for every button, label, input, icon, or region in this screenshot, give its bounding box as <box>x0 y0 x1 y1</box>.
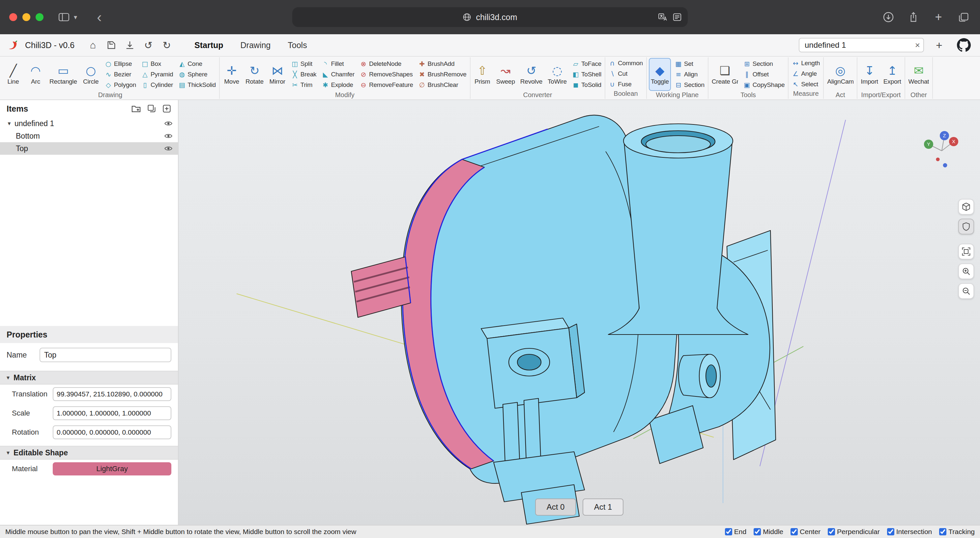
ribbon-rotate-button[interactable]: ↻Rotate <box>244 58 265 91</box>
download-button[interactable] <box>122 37 138 53</box>
snap-checkbox-center[interactable] <box>791 528 798 535</box>
ribbon-common-button[interactable]: ∩Common <box>607 58 644 68</box>
ribbon-set-button[interactable]: ▦Set <box>673 59 706 69</box>
ribbon-revolve-button[interactable]: ↺Revolve <box>519 58 544 91</box>
ribbon-arc-button[interactable]: ◠Arc <box>26 58 46 91</box>
ribbon-circle-button[interactable]: ○Circle <box>81 58 101 91</box>
new-tab-button[interactable]: + <box>931 10 946 24</box>
chevron-down-icon[interactable]: ▾ <box>5 120 13 127</box>
back-button[interactable]: ‹ <box>93 11 106 24</box>
translation-input[interactable] <box>53 387 171 401</box>
snap-middle[interactable]: Middle <box>754 528 783 536</box>
snap-checkbox-end[interactable] <box>725 528 732 535</box>
ribbon-copyshape-button[interactable]: ▣CopyShape <box>742 80 786 90</box>
ribbon-sphere-button[interactable]: ◍Sphere <box>177 70 217 79</box>
ribbon-box-button[interactable]: □Box <box>140 59 174 69</box>
traffic-close[interactable] <box>9 13 17 21</box>
ribbon-align-button[interactable]: ≡Align <box>673 70 706 79</box>
ribbon-chamfer-button[interactable]: ◣Chamfer <box>320 70 356 79</box>
traffic-zoom[interactable] <box>36 13 43 21</box>
ribbon-section-button[interactable]: ⊞Section <box>742 59 786 69</box>
clear-document-name-button[interactable]: × <box>915 40 920 50</box>
ribbon-explode-button[interactable]: ✱Explode <box>320 80 356 90</box>
ribbon-brushclear-button[interactable]: ∅BrushClear <box>417 80 468 90</box>
address-bar[interactable]: chili3d.com <box>292 7 688 27</box>
github-link[interactable] <box>957 38 971 52</box>
snap-end[interactable]: End <box>725 528 746 536</box>
ribbon-select-button[interactable]: ↖Select <box>791 79 821 89</box>
add-node-button[interactable] <box>162 104 171 113</box>
reader-view-icon[interactable] <box>673 13 682 21</box>
ribbon-angle-button[interactable]: ∠Angle <box>791 69 821 79</box>
ribbon-length-button[interactable]: ↔Length <box>791 58 821 68</box>
scale-input[interactable] <box>53 406 171 420</box>
chevron-down-icon[interactable]: ▾ <box>74 13 77 21</box>
home-button[interactable]: ⌂ <box>85 37 101 53</box>
shading-button[interactable] <box>958 219 974 235</box>
tab-overview-button[interactable] <box>956 10 971 24</box>
tab-startup[interactable]: Startup <box>186 38 231 53</box>
material-chip[interactable]: LightGray <box>53 462 171 475</box>
traffic-minimize[interactable] <box>22 13 30 21</box>
zoom-in-button[interactable] <box>958 263 974 279</box>
name-input[interactable] <box>40 348 171 362</box>
tree-item-undefined-1[interactable]: ▾undefined 1 <box>0 117 178 130</box>
ribbon-towire-button[interactable]: ◌ToWire <box>546 58 568 91</box>
ribbon-ellipse-button[interactable]: ○Ellipse <box>103 59 137 69</box>
ribbon-thicksolid-button[interactable]: ▤ThickSolid <box>177 80 217 90</box>
ribbon-bezier-button[interactable]: ∿Bezier <box>103 70 137 79</box>
viewport[interactable]: ZXY Act 0Act 1 <box>178 100 980 525</box>
section-header-matrix[interactable]: ▾Matrix <box>0 371 178 384</box>
ribbon-import-button[interactable]: ↧Import <box>859 58 880 91</box>
snap-checkbox-perpendicular[interactable] <box>828 528 835 535</box>
tree-item-top[interactable]: Top <box>0 142 178 155</box>
redo-button[interactable]: ↻ <box>159 37 175 53</box>
downloads-button[interactable] <box>881 10 896 24</box>
ribbon-tosolid-button[interactable]: ◼ToSolid <box>571 80 603 90</box>
ribbon-toggle-button[interactable]: ◆Toggle <box>649 58 671 91</box>
new-folder-button[interactable] <box>131 105 141 113</box>
tab-tools[interactable]: Tools <box>280 38 315 53</box>
document-name-input[interactable] <box>799 38 924 52</box>
save-button[interactable] <box>103 37 119 53</box>
axis-gizmo[interactable]: ZXY <box>924 131 958 167</box>
ribbon-split-button[interactable]: ◫Split <box>290 59 318 69</box>
section-header-editable-shape[interactable]: ▾Editable Shape <box>0 446 178 460</box>
snap-checkbox-middle[interactable] <box>754 528 761 535</box>
ribbon-polygon-button[interactable]: ◇Polygon <box>103 80 137 90</box>
add-document-button[interactable]: + <box>931 39 948 52</box>
ribbon-removefeature-button[interactable]: ⊖RemoveFeature <box>358 80 415 90</box>
ribbon-line-button[interactable]: ╱Line <box>3 58 23 91</box>
tree-item-bottom[interactable]: Bottom <box>0 130 178 142</box>
snap-checkbox-intersection[interactable] <box>887 528 894 535</box>
tab-drawing[interactable]: Drawing <box>233 38 279 53</box>
ribbon-brushremove-button[interactable]: ✖BrushRemove <box>417 70 468 79</box>
ribbon-pyramid-button[interactable]: △Pyramid <box>140 70 174 79</box>
ribbon-toface-button[interactable]: ▱ToFace <box>571 59 603 69</box>
ribbon-wechat-button[interactable]: ✉Wechat <box>907 58 931 91</box>
cad-model[interactable] <box>351 115 776 524</box>
undo-button[interactable]: ↺ <box>140 37 156 53</box>
ribbon-cone-button[interactable]: ◭Cone <box>177 59 217 69</box>
act-button-1[interactable]: Act 1 <box>582 498 624 516</box>
ribbon-create-group-button[interactable]: ❏Create Group <box>710 58 740 91</box>
snap-tracking[interactable]: Tracking <box>939 528 975 536</box>
ribbon-fillet-button[interactable]: ◝Fillet <box>320 59 356 69</box>
view-cube-button[interactable] <box>958 199 974 215</box>
ribbon-break-button[interactable]: ╳Break <box>290 70 318 79</box>
zoom-fit-button[interactable] <box>958 244 974 259</box>
ribbon-offset-button[interactable]: ∥Offset <box>742 70 786 79</box>
ribbon-removeshapes-button[interactable]: ⊘RemoveShapes <box>358 70 415 79</box>
translate-icon[interactable] <box>658 13 667 21</box>
ribbon-section-button[interactable]: ⊟Section <box>673 80 706 90</box>
zoom-out-button[interactable] <box>958 283 974 299</box>
rotation-input[interactable] <box>53 425 171 439</box>
sidebar-toggle-button[interactable] <box>57 10 71 24</box>
ribbon-deletenode-button[interactable]: ⊗DeleteNode <box>358 59 415 69</box>
snap-center[interactable]: Center <box>791 528 821 536</box>
ribbon-aligncamera-button[interactable]: ◎AlignCamera <box>826 58 855 91</box>
share-button[interactable] <box>906 10 921 24</box>
visibility-toggle[interactable] <box>164 121 173 127</box>
ribbon-trim-button[interactable]: ✂Trim <box>290 80 318 90</box>
ribbon-prism-button[interactable]: ⇧Prism <box>473 58 492 91</box>
